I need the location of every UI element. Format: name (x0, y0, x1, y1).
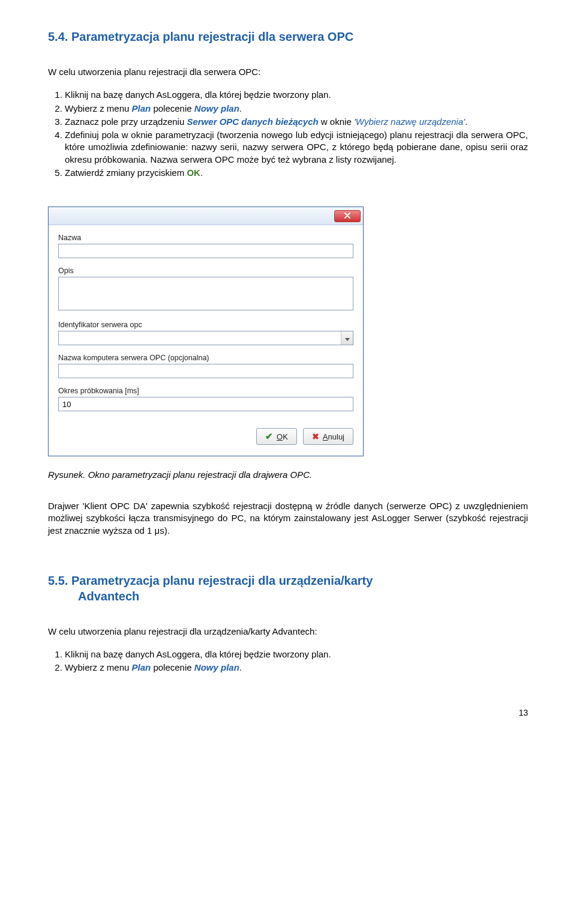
label-ident: Identyfikator serwera opc (58, 321, 353, 329)
input-komputer[interactable] (58, 364, 353, 378)
chevron-down-icon (345, 334, 350, 343)
step-4: Zdefiniuj pola w oknie parametryzacji (t… (65, 129, 528, 166)
label-nazwa: Nazwa (58, 234, 353, 242)
step-5: Zatwierdź zmiany przyciskiem OK. (65, 167, 528, 179)
check-icon: ✔ (265, 431, 273, 442)
s2-step-1: Kliknij na bazę danych AsLoggera, dla kt… (65, 648, 528, 660)
dialog-screenshot: Nazwa Opis Identyfikator serwera opc (48, 207, 528, 456)
figure-caption: Rysunek. Okno parametryzacji planu rejes… (48, 470, 528, 480)
dialog-body: Nazwa Opis Identyfikator serwera opc (49, 225, 363, 456)
section-5-4-steps: Kliknij na bazę danych AsLoggera, dla kt… (65, 89, 528, 179)
dialog-titlebar (49, 207, 363, 225)
close-icon (344, 211, 350, 220)
section-5-5-intro: W celu utworzenia planu rejestracji dla … (48, 626, 528, 638)
ok-button[interactable]: ✔ OK (256, 428, 297, 445)
input-ident-opc[interactable] (58, 331, 353, 345)
opc-param-dialog: Nazwa Opis Identyfikator serwera opc (48, 207, 364, 456)
input-okres[interactable] (58, 397, 353, 411)
label-okres: Okres próbkowania [ms] (58, 387, 353, 395)
s2-step-2: Wybierz z menu Plan polecenie Nowy plan. (65, 662, 528, 674)
label-komputer: Nazwa komputera serwera OPC (opcjonalna) (58, 354, 353, 362)
ok-button-label: OK (277, 432, 288, 441)
step-1: Kliknij na bazę danych AsLoggera, dla kt… (65, 89, 528, 101)
close-button[interactable] (334, 210, 361, 222)
cancel-button[interactable]: ✖ Anuluj (303, 428, 353, 445)
step-3: Zaznacz pole przy urządzeniu Serwer OPC … (65, 116, 528, 128)
section-5-5-steps: Kliknij na bazę danych AsLoggera, dla kt… (65, 648, 528, 674)
cancel-button-label: Anuluj (323, 432, 344, 441)
page-number: 13 (48, 708, 528, 717)
input-opis[interactable] (58, 277, 353, 310)
step-2: Wybierz z menu Plan polecenie Nowy plan. (65, 103, 528, 115)
section-5-5-heading: 5.5. Parametryzacja planu rejestracji dl… (48, 573, 528, 604)
section-5-4-heading: 5.4. Parametryzacja planu rejestracji dl… (48, 29, 528, 44)
section-5-4-intro: W celu utworzenia planu rejestracji dla … (48, 66, 528, 78)
cancel-icon: ✖ (312, 432, 319, 441)
input-nazwa[interactable] (58, 244, 353, 258)
combo-dropdown-button[interactable] (341, 331, 353, 345)
driver-note: Drajwer 'Klient OPC DA' zapewnia szybkoś… (48, 500, 528, 537)
label-opis: Opis (58, 267, 353, 275)
